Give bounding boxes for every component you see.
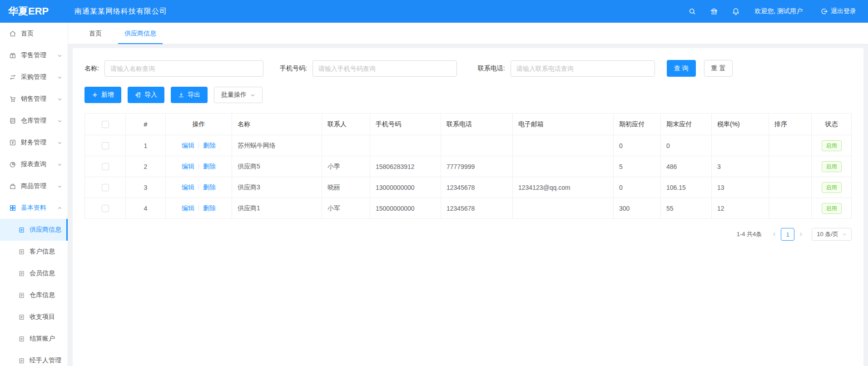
action-divider <box>198 184 199 190</box>
cell-end-payable: 106.15 <box>661 177 712 198</box>
sidebar-item-retail[interactable]: 零售管理 <box>0 45 68 66</box>
export-button[interactable]: 导出 <box>171 87 208 103</box>
sidebar-subitem-label: 供应商信息 <box>30 226 61 234</box>
search-icon[interactable] <box>688 7 696 15</box>
chevron-down-icon <box>57 75 62 80</box>
logout-button[interactable]: 退出登录 <box>821 7 856 15</box>
doc-icon <box>18 248 25 255</box>
sidebar-item-basic-data[interactable]: 基本资料 <box>0 197 68 219</box>
delete-link[interactable]: 删除 <box>203 204 216 212</box>
phone-search-input[interactable] <box>312 60 457 77</box>
row-checkbox[interactable] <box>102 184 109 191</box>
sidebar-item-label: 首页 <box>21 30 34 38</box>
status-badge[interactable]: 启用 <box>822 161 842 172</box>
chevron-up-icon <box>57 206 62 211</box>
edit-link[interactable]: 编辑 <box>182 204 194 212</box>
sidebar-item-home[interactable]: 首页 <box>0 23 68 45</box>
cell-begin-payable: 0 <box>614 177 661 198</box>
cart-icon <box>9 95 16 103</box>
sidebar-item-label: 商品管理 <box>21 182 46 190</box>
sidebar-subitem-settlement-account[interactable]: 结算账户 <box>0 328 68 350</box>
cell-email <box>513 198 614 219</box>
sidebar-subitem-label: 收支项目 <box>30 313 55 321</box>
sidebar-subitem-income-expense[interactable]: 收支项目 <box>0 306 68 328</box>
delete-link[interactable]: 删除 <box>203 142 216 149</box>
cell-name: 苏州蜗牛网络 <box>232 135 322 156</box>
toolbar: 新增 导入 导出 批量操作 <box>84 87 852 103</box>
gift-icon <box>9 52 16 59</box>
plus-icon <box>92 92 98 98</box>
column-header-email: 电子邮箱 <box>513 114 614 135</box>
sidebar-subitem-warehouse-info[interactable]: 仓库信息 <box>0 284 68 306</box>
edit-link[interactable]: 编辑 <box>182 142 194 149</box>
edit-link[interactable]: 编辑 <box>182 183 194 191</box>
sidebar-item-purchase[interactable]: 采购管理 <box>0 66 68 88</box>
doc-icon <box>18 357 25 364</box>
logo-text-en: ERP <box>28 5 49 17</box>
cell-sort <box>769 177 812 198</box>
logout-icon <box>821 8 828 15</box>
sidebar-subitem-supplier-info[interactable]: 供应商信息 <box>0 219 68 241</box>
delete-link[interactable]: 删除 <box>203 163 216 170</box>
money-icon <box>9 139 16 146</box>
bank-icon[interactable] <box>710 7 718 15</box>
sidebar-item-reports[interactable]: 报表查询 <box>0 153 68 175</box>
cell-name: 供应商5 <box>232 156 322 177</box>
chevron-down-icon <box>57 119 62 124</box>
sidebar-subitem-label: 结算账户 <box>30 335 55 343</box>
page-size-label: 10 条/页 <box>817 230 838 238</box>
next-page-icon[interactable] <box>798 232 804 237</box>
cell-tax-rate <box>712 135 769 156</box>
logout-label: 退出登录 <box>831 7 856 15</box>
sidebar-item-goods[interactable]: 商品管理 <box>0 175 68 197</box>
chevron-down-icon <box>57 184 62 189</box>
grid-icon <box>9 204 16 212</box>
cell-sort <box>769 135 812 156</box>
cell-end-payable: 486 <box>661 156 712 177</box>
sidebar-item-label: 仓库管理 <box>21 117 46 125</box>
cell-contact: 小季 <box>322 156 370 177</box>
cell-email: 1234123@qq.com <box>513 177 614 198</box>
status-badge[interactable]: 启用 <box>822 140 842 151</box>
sidebar-item-label: 零售管理 <box>21 51 46 59</box>
status-badge[interactable]: 启用 <box>822 203 842 214</box>
tel-search-input[interactable] <box>511 60 655 77</box>
sidebar-subitem-handler-management[interactable]: 经手人管理 <box>0 350 68 366</box>
sidebar-item-warehouse[interactable]: 仓库管理 <box>0 110 68 132</box>
sidebar-item-finance[interactable]: 财务管理 <box>0 132 68 153</box>
tab-home[interactable]: 首页 <box>83 23 108 44</box>
column-header-sort: 排序 <box>769 114 812 135</box>
search-button[interactable]: 查 询 <box>667 60 696 77</box>
row-checkbox[interactable] <box>102 142 109 149</box>
edit-link[interactable]: 编辑 <box>182 163 194 170</box>
top-header: 华夏ERP 南通某某网络科技有限公司 欢迎您, 测试用户 退出登录 <box>0 0 868 23</box>
cell-email <box>513 135 614 156</box>
cell-tel: 12345678 <box>441 177 513 198</box>
tab-supplier-info[interactable]: 供应商信息 <box>118 23 163 44</box>
page-number-button[interactable]: 1 <box>781 228 794 241</box>
sidebar-subitem-label: 仓库信息 <box>30 291 55 299</box>
delete-link[interactable]: 删除 <box>203 183 216 191</box>
bell-icon[interactable] <box>732 7 740 15</box>
select-all-checkbox[interactable] <box>102 121 109 128</box>
name-search-input[interactable] <box>104 60 263 77</box>
sidebar-item-sales[interactable]: 销售管理 <box>0 88 68 110</box>
batch-operations-dropdown[interactable]: 批量操作 <box>214 87 263 103</box>
pagination-summary: 1-4 共4条 <box>737 230 762 238</box>
row-index: 2 <box>126 156 166 177</box>
reset-button[interactable]: 重 置 <box>704 60 733 77</box>
add-button[interactable]: 新增 <box>84 87 121 103</box>
page-size-select[interactable]: 10 条/页 <box>812 228 852 241</box>
chevron-down-icon <box>57 97 62 102</box>
sidebar-subitem-label: 客户信息 <box>30 247 55 256</box>
sidebar-subitem-customer-info[interactable]: 客户信息 <box>0 241 68 262</box>
import-button[interactable]: 导入 <box>128 87 164 103</box>
sidebar-subitem-member-info[interactable]: 会员信息 <box>0 262 68 284</box>
chevron-down-icon <box>57 140 62 145</box>
row-checkbox[interactable] <box>102 163 109 170</box>
prev-page-icon[interactable] <box>772 232 777 237</box>
row-checkbox[interactable] <box>102 205 109 212</box>
doc-icon <box>18 270 25 277</box>
status-badge[interactable]: 启用 <box>822 182 842 193</box>
cell-name: 供应商1 <box>232 198 322 219</box>
